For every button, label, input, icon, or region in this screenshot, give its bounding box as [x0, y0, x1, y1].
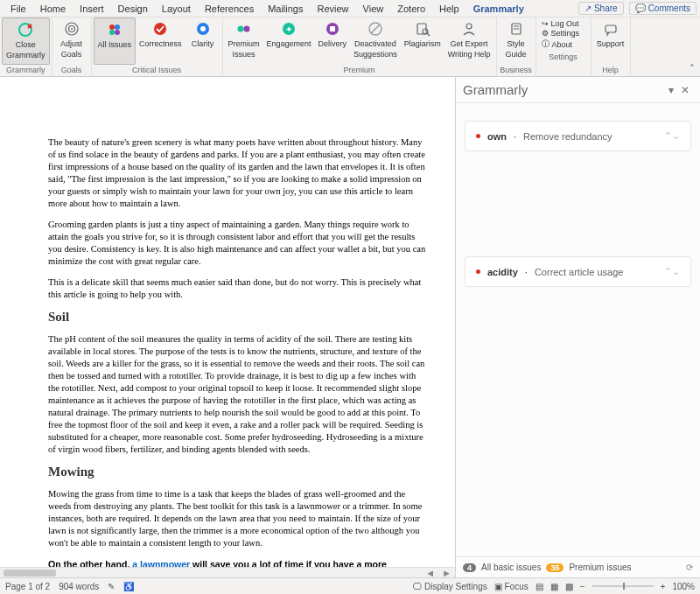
logout-button[interactable]: ↪Log Out: [542, 19, 585, 28]
card-sep: ·: [525, 267, 528, 277]
view-read-icon[interactable]: ▤: [536, 582, 543, 591]
menu-file[interactable]: File: [4, 2, 33, 16]
adjust-goals-button[interactable]: AdjustGoals: [54, 17, 89, 65]
content-area: The beauty of nature's green scenery is …: [0, 77, 700, 577]
correctness-button[interactable]: Correctness: [136, 17, 186, 65]
paragraph[interactable]: Mowing the grass from time to time is a …: [48, 488, 427, 549]
premium-issues-label[interactable]: Premium issues: [569, 563, 631, 572]
style-guide-button[interactable]: StyleGuide: [499, 17, 534, 65]
menu-view[interactable]: View: [356, 2, 391, 16]
suggestion-card[interactable]: acidity · Correct article usage ⌃⌄: [465, 256, 691, 287]
clarity-button[interactable]: Clarity: [186, 17, 220, 65]
scroll-left-icon[interactable]: ◄: [422, 568, 438, 578]
ribbon-group-settings: ↪Log Out ⚙Settings ⓘAbout Settings: [536, 17, 592, 76]
heading-soil[interactable]: Soil: [48, 310, 427, 325]
menu-references[interactable]: References: [198, 2, 261, 16]
paragraph[interactable]: This is a delicate skill that seems much…: [48, 276, 427, 301]
document-page[interactable]: The beauty of nature's green scenery is …: [0, 77, 455, 577]
heading-mowing[interactable]: Mowing: [48, 465, 427, 479]
menu-layout[interactable]: Layout: [155, 2, 198, 16]
svg-point-6: [109, 24, 115, 30]
view-print-icon[interactable]: ▦: [550, 582, 558, 591]
plagiarism-icon: [414, 20, 431, 38]
info-icon: ⓘ: [542, 38, 550, 50]
panel-footer: 4 All basic issues 35 Premium issues ⟳: [456, 556, 700, 577]
grammarly-panel: Grammarly ▾ ✕ own · Remove redundancy ⌃⌄…: [455, 77, 700, 577]
refresh-icon[interactable]: ⟳: [686, 563, 693, 572]
ribbon-group-premium: PremiumIssues ✦ Engagement Delivery Deac…: [223, 17, 497, 76]
premium-issues-button[interactable]: PremiumIssues: [225, 17, 263, 65]
menu-grammarly[interactable]: Grammarly: [466, 2, 531, 16]
deactivated-icon: [367, 20, 384, 38]
svg-point-8: [109, 30, 115, 35]
card-dot-icon: [476, 134, 480, 138]
svg-point-10: [154, 23, 166, 35]
accessibility-icon[interactable]: ♿: [123, 582, 134, 591]
horizontal-scrollbar[interactable]: ◄ ►: [0, 567, 455, 577]
menu-help[interactable]: Help: [432, 2, 466, 16]
menu-zotero[interactable]: Zotero: [390, 2, 432, 16]
all-issues-button[interactable]: All Issues: [94, 17, 136, 65]
clarity-icon: [194, 20, 212, 38]
settings-button[interactable]: ⚙Settings: [542, 29, 585, 38]
suggestion-card[interactable]: own · Remove redundancy ⌃⌄: [465, 121, 691, 151]
menu-insert[interactable]: Insert: [73, 2, 111, 16]
style-guide-icon: [508, 20, 525, 38]
svg-point-14: [243, 26, 249, 32]
paragraph[interactable]: The pH content of the soil measures the …: [48, 333, 427, 456]
card-sep: ·: [514, 131, 516, 142]
support-button[interactable]: Support: [593, 17, 628, 65]
svg-point-13: [237, 26, 243, 32]
menu-mailings[interactable]: Mailings: [261, 2, 310, 16]
panel-title: Grammarly: [463, 82, 665, 97]
panel-dropdown-button[interactable]: ▾: [665, 84, 677, 96]
svg-point-9: [115, 30, 120, 35]
share-button[interactable]: ↗Share: [578, 2, 624, 15]
deactivated-button[interactable]: DeactivatedSuggestions: [350, 17, 401, 65]
menu-design[interactable]: Design: [111, 2, 155, 16]
card-dot-icon: [476, 269, 480, 274]
collapse-ribbon-button[interactable]: ˄: [684, 61, 700, 76]
zoom-in-button[interactable]: +: [661, 582, 666, 591]
page-indicator[interactable]: Page 1 of 2: [5, 582, 50, 591]
comments-button[interactable]: 💬Comments: [629, 2, 696, 15]
zoom-out-button[interactable]: −: [580, 582, 585, 591]
delivery-button[interactable]: Delivery: [315, 17, 351, 65]
zoom-level[interactable]: 100%: [672, 582, 695, 591]
plagiarism-button[interactable]: Plagiarism: [401, 17, 444, 65]
zoom-slider[interactable]: [592, 585, 654, 587]
engagement-button[interactable]: ✦ Engagement: [263, 17, 315, 65]
spellcheck-icon[interactable]: ✎: [108, 582, 115, 591]
about-button[interactable]: ⓘAbout: [542, 38, 585, 50]
svg-text:✦: ✦: [285, 24, 292, 34]
svg-line-19: [371, 24, 380, 33]
panel-body: own · Remove redundancy ⌃⌄ acidity · Cor…: [456, 103, 700, 556]
ribbon-group-label: Help: [593, 65, 628, 76]
card-expand-icon[interactable]: ⌃⌄: [664, 130, 680, 142]
status-bar: Page 1 of 2 904 words ✎ ♿ 🖵 Display Sett…: [0, 577, 700, 594]
paragraph[interactable]: The beauty of nature's green scenery is …: [48, 136, 427, 210]
basic-issues-label[interactable]: All basic issues: [481, 563, 541, 572]
all-issues-icon: [106, 21, 123, 38]
premium-count-badge: 35: [546, 563, 564, 572]
menu-home[interactable]: Home: [33, 2, 73, 16]
menu-review[interactable]: Review: [311, 2, 356, 16]
word-count[interactable]: 904 words: [59, 582, 99, 591]
card-suggestion: Correct article usage: [535, 267, 624, 277]
ribbon-group-grammarly: CloseGrammarly Grammarly: [0, 17, 52, 76]
premium-icon: [235, 20, 253, 38]
ribbon: CloseGrammarly Grammarly AdjustGoals Goa…: [0, 17, 700, 77]
close-grammarly-button[interactable]: CloseGrammarly: [2, 17, 50, 65]
svg-point-12: [200, 26, 206, 31]
paragraph[interactable]: Grooming garden plants is just a tiny as…: [48, 219, 427, 268]
panel-close-button[interactable]: ✕: [677, 84, 693, 96]
panel-header: Grammarly ▾ ✕: [456, 77, 700, 103]
card-expand-icon[interactable]: ⌃⌄: [664, 266, 680, 277]
scrollbar-thumb[interactable]: [4, 570, 56, 577]
scroll-right-icon[interactable]: ►: [438, 568, 455, 578]
expert-help-button[interactable]: Get ExpertWriting Help: [444, 17, 494, 65]
svg-point-7: [115, 24, 120, 30]
focus-button[interactable]: ▣ Focus: [494, 582, 528, 591]
display-settings-button[interactable]: 🖵 Display Settings: [413, 582, 486, 591]
view-web-icon[interactable]: ▩: [565, 582, 573, 591]
